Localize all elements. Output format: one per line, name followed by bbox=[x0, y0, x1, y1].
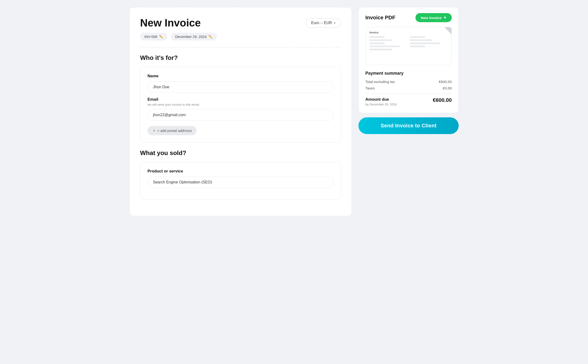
email-field-label: Email bbox=[147, 97, 334, 102]
send-invoice-label: Send Invoice to Client bbox=[381, 123, 437, 129]
chevron-down-icon: ▾ bbox=[334, 21, 335, 25]
new-invoice-label: New Invoice bbox=[421, 16, 441, 20]
total-excl-tax-row: Total excluding tax €600.00 bbox=[365, 80, 452, 84]
invoice-header: New Invoice Euro -- EUR ▾ bbox=[140, 17, 341, 29]
edit-invoice-number-icon: ✏️ bbox=[159, 35, 163, 39]
header-divider bbox=[140, 47, 341, 47]
taxes-value: €0.00 bbox=[443, 86, 452, 90]
summary-divider bbox=[365, 93, 452, 94]
preview-line bbox=[369, 49, 392, 50]
who-section: Who it's for? Name Email we will send yo… bbox=[140, 54, 341, 143]
product-input[interactable] bbox=[147, 176, 334, 188]
amount-due-row: Amount due by December 26, 2024 €600.00 bbox=[365, 97, 452, 106]
invoice-preview-thumbnail: Invoice bbox=[365, 27, 452, 65]
who-card: Name Email we will send your invoice to … bbox=[140, 67, 341, 143]
preview-line bbox=[369, 39, 392, 41]
preview-col-left bbox=[369, 36, 407, 52]
preview-fold-corner bbox=[444, 27, 451, 34]
pdf-title: Invoice PDF bbox=[365, 14, 395, 21]
preview-line bbox=[410, 46, 425, 47]
pdf-card: Invoice PDF New Invoice ✦ Invoice bbox=[359, 7, 459, 113]
product-field-label: Product or service bbox=[147, 169, 334, 174]
amount-due-value: €600.00 bbox=[433, 97, 452, 103]
amount-due-label: Amount due bbox=[365, 97, 397, 102]
currency-label: Euro -- EUR bbox=[311, 21, 332, 25]
preview-line bbox=[410, 39, 432, 41]
preview-line bbox=[369, 46, 400, 47]
preview-line bbox=[369, 42, 385, 44]
what-section: What you sold? Product or service bbox=[140, 149, 341, 200]
what-card: Product or service bbox=[140, 162, 341, 200]
invoice-date-badge[interactable]: December 26, 2024 ✏️ bbox=[171, 33, 217, 40]
taxes-label: Taxes bbox=[365, 86, 375, 90]
edit-invoice-date-icon: ✏️ bbox=[209, 35, 213, 39]
taxes-row: Taxes €0.00 bbox=[365, 86, 452, 90]
left-panel: New Invoice Euro -- EUR ▾ INV-008 ✏️ Dec… bbox=[129, 7, 352, 216]
send-invoice-button[interactable]: Send Invoice to Client bbox=[359, 117, 459, 134]
amount-due-left: Amount due by December 26, 2024 bbox=[365, 97, 397, 106]
meta-row: INV-008 ✏️ December 26, 2024 ✏️ bbox=[140, 33, 341, 40]
invoice-number-badge[interactable]: INV-008 ✏️ bbox=[140, 33, 168, 40]
add-postal-address-button[interactable]: ＋ + add postal addrress bbox=[147, 126, 197, 135]
right-panel: Invoice PDF New Invoice ✦ Invoice bbox=[359, 7, 459, 216]
preview-line bbox=[369, 36, 385, 38]
who-section-title: Who it's for? bbox=[140, 54, 341, 62]
preview-columns bbox=[369, 36, 448, 52]
add-address-label: + add postal addrress bbox=[157, 129, 192, 133]
email-sublabel: we will send your invoice to this email. bbox=[147, 103, 334, 106]
total-excl-tax-value: €600.00 bbox=[439, 80, 452, 84]
preview-line bbox=[410, 36, 425, 38]
pdf-card-header: Invoice PDF New Invoice ✦ bbox=[365, 13, 452, 22]
total-excl-tax-label: Total excluding tax bbox=[365, 80, 395, 84]
new-invoice-button[interactable]: New Invoice ✦ bbox=[415, 13, 452, 22]
what-section-title: What you sold? bbox=[140, 149, 341, 157]
email-input[interactable] bbox=[147, 109, 334, 121]
page-title: New Invoice bbox=[140, 17, 201, 29]
payment-summary: Payment summary Total excluding tax €600… bbox=[365, 71, 452, 106]
plus-icon: ＋ bbox=[152, 128, 156, 133]
name-field-label: Name bbox=[147, 74, 334, 78]
name-input[interactable] bbox=[147, 81, 334, 93]
amount-due-date: by December 26, 2024 bbox=[365, 103, 397, 106]
new-invoice-icon: ✦ bbox=[443, 15, 446, 20]
payment-summary-title: Payment summary bbox=[365, 71, 452, 76]
preview-line bbox=[410, 42, 440, 44]
preview-content: Invoice bbox=[369, 31, 448, 52]
preview-invoice-label: Invoice bbox=[369, 31, 448, 34]
page-layout: New Invoice Euro -- EUR ▾ INV-008 ✏️ Dec… bbox=[129, 7, 459, 216]
currency-selector[interactable]: Euro -- EUR ▾ bbox=[306, 18, 341, 28]
preview-col-right bbox=[410, 36, 448, 52]
